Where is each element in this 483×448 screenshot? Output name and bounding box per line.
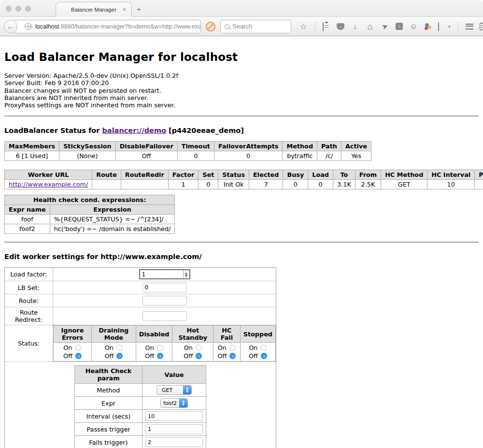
off-label: Off: [184, 352, 193, 360]
table-title-row: Health check cond. expressions:: [5, 195, 175, 205]
content-blocked-icon[interactable]: [206, 22, 215, 31]
cell-route: [92, 180, 121, 189]
radio-on[interactable]: [196, 345, 202, 351]
url-path: :8880/balancer-manager?b=demo&w=http://w…: [59, 23, 201, 30]
column-header: Timeout: [177, 142, 214, 151]
radio-off[interactable]: [116, 353, 123, 359]
table-header-row: MaxMembers StickySession DisableFailover…: [5, 142, 371, 151]
hc-row-method: Method GET ▲▼: [75, 384, 206, 397]
status-cell-disabled: On Off: [136, 343, 172, 361]
cell-active: Yes: [341, 151, 371, 161]
hc-expressions-table: Health check cond. expressions: Expr nam…: [4, 195, 175, 234]
column-header: Active: [341, 142, 371, 151]
route-redirect-input[interactable]: [142, 311, 187, 321]
new-tab-button[interactable]: +: [137, 5, 141, 13]
column-header: Ignore Errors: [54, 326, 92, 343]
worker-status-table: Worker URL Route RouteRedir Factor Set S…: [4, 170, 483, 189]
route-redirect-label: Route Redirect:: [5, 307, 53, 325]
back-button[interactable]: ←: [4, 20, 17, 33]
close-window-button[interactable]: [6, 6, 12, 12]
route-label: Route:: [5, 294, 53, 307]
chat-smiley-icon[interactable]: ☺: [409, 23, 418, 30]
search-placeholder: Search: [232, 23, 252, 30]
worker-url-link[interactable]: http://www.example.com/: [9, 181, 88, 188]
radio-off[interactable]: [229, 353, 236, 359]
radio-on[interactable]: [75, 345, 82, 351]
column-header: Path: [317, 142, 341, 151]
menu-hamburger-icon[interactable]: [466, 24, 473, 29]
expr-select[interactable]: foof2 ▲▼: [160, 398, 188, 408]
fails-input[interactable]: [145, 437, 203, 447]
column-header: Draining Mode: [91, 326, 136, 343]
cell-timeout: 0: [177, 151, 214, 161]
status-label: Status:: [5, 325, 53, 362]
colored-dots-icon[interactable]: [424, 23, 432, 30]
hc-header-row: Health Check param Value: [75, 366, 206, 384]
cell-expression: hc('body') =~ /domain is established/: [50, 224, 175, 234]
on-label: On: [184, 344, 193, 352]
column-header: Method: [283, 142, 317, 151]
zoom-window-button[interactable]: [25, 6, 31, 12]
extension-download-icon[interactable]: ↓: [396, 23, 403, 30]
status-cell-ignore-errors: On Off: [54, 343, 92, 361]
table-header-row: Expr name Expression: [5, 205, 175, 215]
cell-expression: %{REQUEST_STATUS} =~ /^[234]/: [50, 215, 175, 224]
cell-maxmembers: 6 [1 Used]: [5, 151, 59, 161]
downloads-icon[interactable]: ↓: [351, 23, 359, 30]
column-header: To: [333, 170, 355, 180]
radio-off[interactable]: [261, 353, 267, 359]
off-label: Off: [217, 352, 227, 360]
radio-on[interactable]: [229, 345, 236, 351]
method-select[interactable]: GET ▲▼: [156, 385, 192, 395]
cell-stickysession: (None): [59, 151, 116, 161]
radio-off[interactable]: [157, 353, 163, 359]
form-row-hc-params: Health Check param Value Method GET ▲▼: [5, 362, 276, 448]
route-input[interactable]: [142, 296, 187, 305]
cell-from: 2.5K: [355, 180, 381, 189]
url-bar[interactable]: localhost:8880/balancer-manager?b=demo&w…: [13, 20, 201, 33]
status-cell-stopped: On Off: [240, 343, 275, 361]
passes-input[interactable]: [145, 424, 203, 434]
bookmark-star-icon[interactable]: ☆: [299, 23, 308, 30]
on-label: On: [105, 344, 114, 352]
load-factor-input[interactable]: [140, 270, 183, 278]
column-header: Set: [199, 170, 218, 180]
home-icon[interactable]: ⌂: [366, 22, 374, 31]
divider: [4, 116, 479, 116]
select-arrows-icon: ▲▼: [183, 386, 191, 394]
expressions-title: Health check cond. expressions:: [5, 195, 175, 205]
tab-bar: Balancer Manager × +: [0, 0, 483, 17]
radio-on[interactable]: [116, 345, 123, 351]
radio-on[interactable]: [157, 345, 163, 351]
search-bar[interactable]: Search: [220, 20, 291, 33]
status-cell-hc-fail: On Off: [213, 343, 241, 361]
send-plane-icon[interactable]: ➤: [380, 21, 390, 31]
hc-row-interval: Interval (secs): [75, 410, 206, 423]
number-spinner-icon[interactable]: ▲▼: [183, 270, 189, 278]
radio-off[interactable]: [75, 353, 82, 359]
interval-input[interactable]: [145, 411, 203, 421]
column-header: Value: [142, 366, 206, 384]
url-text[interactable]: localhost:8880/balancer-manager?b=demo&w…: [35, 23, 201, 30]
cell-busy: 0: [283, 180, 308, 189]
expression-row: foof %{REQUEST_STATUS} =~ /^[234]/: [5, 215, 175, 224]
browser-tab[interactable]: Balancer Manager ×: [56, 2, 132, 17]
status-radio-row: On Off On Off On Off: [54, 343, 276, 361]
search-icon: [225, 24, 229, 29]
lb-set-input[interactable]: [142, 283, 187, 292]
browser-window: Balancer Manager × + ← localhost:8880/ba…: [0, 0, 483, 448]
pocket-icon[interactable]: ⌄: [337, 23, 344, 30]
hc-fails-label: Fails trigger): [75, 436, 142, 448]
balancer-demo-link[interactable]: balancer://demo: [102, 127, 166, 134]
radio-off[interactable]: [196, 353, 202, 359]
tab-close-icon[interactable]: ×: [122, 6, 127, 13]
site-identity-globe-icon[interactable]: [25, 23, 32, 30]
grid-panel-icon[interactable]: [480, 23, 483, 30]
minimize-window-button[interactable]: [15, 6, 21, 12]
reading-list-icon[interactable]: [323, 23, 330, 30]
column-header: Expression: [50, 205, 175, 215]
container-icon[interactable]: [438, 23, 446, 30]
radio-on[interactable]: [260, 345, 267, 351]
cell-hc-method: GET: [381, 180, 427, 189]
dropdown-caret-icon[interactable]: ▾: [448, 24, 451, 29]
